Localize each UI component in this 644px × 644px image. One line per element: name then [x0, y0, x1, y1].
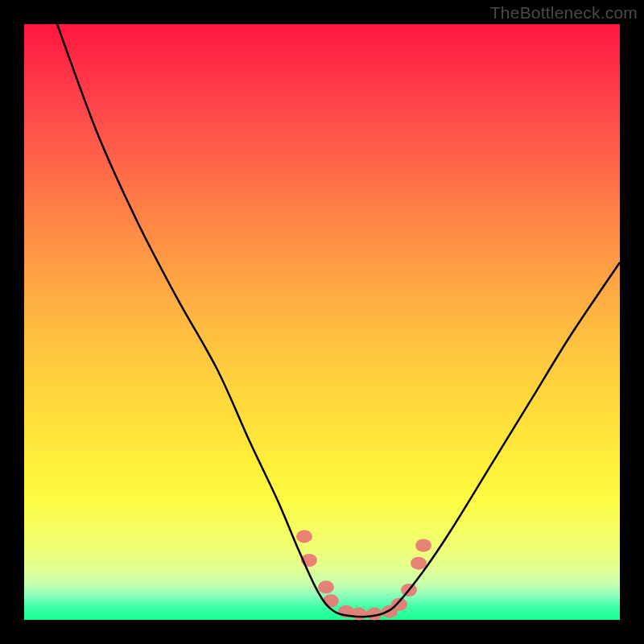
marker-dot — [415, 539, 431, 552]
chart-frame: TheBottleneck.com — [0, 0, 644, 644]
marker-dot — [318, 580, 334, 593]
chart-svg — [0, 0, 644, 644]
marker-dot — [323, 594, 339, 607]
marker-dot — [391, 598, 407, 611]
black-curve-path — [57, 24, 620, 617]
marker-dot — [411, 557, 427, 570]
marker-dot — [296, 530, 312, 543]
salmon-marker-group — [296, 530, 431, 620]
watermark-text: TheBottleneck.com — [490, 3, 638, 23]
marker-dot — [351, 608, 367, 621]
